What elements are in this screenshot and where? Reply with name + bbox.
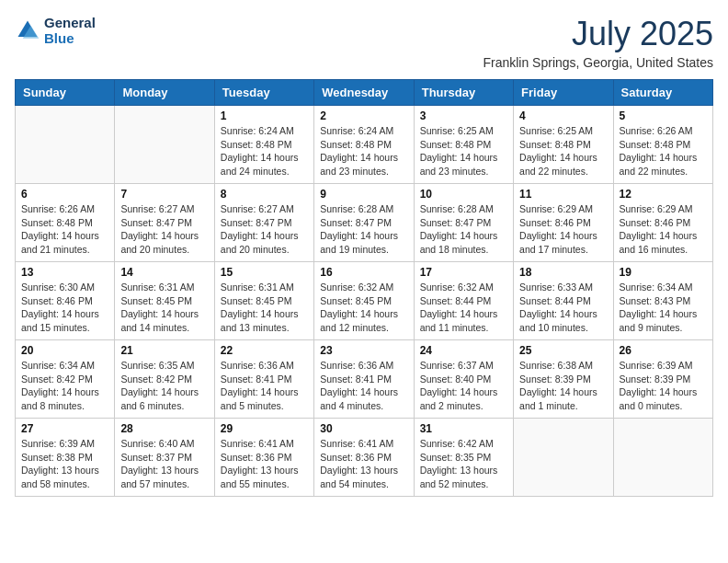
calendar-cell: 30Sunrise: 6:41 AM Sunset: 8:36 PM Dayli… [314,419,414,497]
day-number: 15 [221,266,308,279]
calendar-cell: 6Sunrise: 6:26 AM Sunset: 8:48 PM Daylig… [16,184,115,262]
calendar-cell: 5Sunrise: 6:26 AM Sunset: 8:48 PM Daylig… [613,106,712,184]
day-number: 26 [620,344,707,357]
day-number: 31 [420,422,507,435]
day-number: 2 [320,109,407,122]
day-number: 7 [120,188,208,201]
day-number: 23 [320,344,407,357]
day-number: 29 [221,422,308,435]
day-info: Sunrise: 6:39 AM Sunset: 8:39 PM Dayligh… [620,359,707,413]
day-info: Sunrise: 6:41 AM Sunset: 8:36 PM Dayligh… [320,437,407,491]
calendar-cell: 8Sunrise: 6:27 AM Sunset: 8:47 PM Daylig… [214,184,313,262]
calendar-cell: 22Sunrise: 6:36 AM Sunset: 8:41 PM Dayli… [214,340,313,419]
calendar-cell: 31Sunrise: 6:42 AM Sunset: 8:35 PM Dayli… [414,419,513,497]
calendar-cell: 13Sunrise: 6:30 AM Sunset: 8:46 PM Dayli… [16,262,115,340]
day-number: 9 [320,188,407,201]
calendar-cell: 2Sunrise: 6:24 AM Sunset: 8:48 PM Daylig… [314,106,414,184]
day-info: Sunrise: 6:34 AM Sunset: 8:42 PM Dayligh… [21,359,108,413]
calendar-cell: 11Sunrise: 6:29 AM Sunset: 8:46 PM Dayli… [514,184,613,262]
day-number: 14 [120,266,208,279]
day-number: 22 [221,344,308,357]
day-info: Sunrise: 6:29 AM Sunset: 8:46 PM Dayligh… [519,202,607,257]
day-info: Sunrise: 6:24 AM Sunset: 8:48 PM Dayligh… [221,124,308,178]
day-info: Sunrise: 6:42 AM Sunset: 8:35 PM Dayligh… [420,437,507,491]
calendar-cell: 7Sunrise: 6:27 AM Sunset: 8:47 PM Daylig… [115,184,214,262]
calendar-cell: 27Sunrise: 6:39 AM Sunset: 8:38 PM Dayli… [16,419,115,497]
day-number: 12 [620,188,707,201]
calendar-cell [115,106,214,184]
weekday-header-friday: Friday [514,80,613,106]
calendar-cell [16,106,115,184]
day-info: Sunrise: 6:36 AM Sunset: 8:41 PM Dayligh… [320,359,407,413]
week-row-5: 27Sunrise: 6:39 AM Sunset: 8:38 PM Dayli… [16,419,713,497]
day-number: 30 [320,422,407,435]
day-info: Sunrise: 6:30 AM Sunset: 8:46 PM Dayligh… [21,281,108,335]
location: Franklin Springs, Georgia, United States [483,55,713,70]
calendar-cell: 12Sunrise: 6:29 AM Sunset: 8:46 PM Dayli… [613,184,712,262]
day-info: Sunrise: 6:27 AM Sunset: 8:47 PM Dayligh… [221,202,308,257]
calendar-cell: 3Sunrise: 6:25 AM Sunset: 8:48 PM Daylig… [414,106,513,184]
day-info: Sunrise: 6:25 AM Sunset: 8:48 PM Dayligh… [519,124,607,178]
calendar-cell: 1Sunrise: 6:24 AM Sunset: 8:48 PM Daylig… [214,106,313,184]
calendar-cell: 18Sunrise: 6:33 AM Sunset: 8:44 PM Dayli… [514,262,613,340]
day-number: 3 [420,109,507,122]
calendar-cell: 14Sunrise: 6:31 AM Sunset: 8:45 PM Dayli… [115,262,214,340]
weekday-header-monday: Monday [115,80,214,106]
calendar-cell: 15Sunrise: 6:31 AM Sunset: 8:45 PM Dayli… [214,262,313,340]
weekday-header-sunday: Sunday [16,80,115,106]
day-info: Sunrise: 6:40 AM Sunset: 8:37 PM Dayligh… [120,437,208,491]
calendar-cell: 17Sunrise: 6:32 AM Sunset: 8:44 PM Dayli… [414,262,513,340]
weekday-header-thursday: Thursday [414,80,513,106]
logo: General Blue [15,15,96,46]
calendar-cell [514,419,613,497]
day-info: Sunrise: 6:25 AM Sunset: 8:48 PM Dayligh… [420,124,507,178]
day-info: Sunrise: 6:28 AM Sunset: 8:47 PM Dayligh… [320,202,407,257]
calendar-cell: 25Sunrise: 6:38 AM Sunset: 8:39 PM Dayli… [514,340,613,419]
week-row-4: 20Sunrise: 6:34 AM Sunset: 8:42 PM Dayli… [16,340,713,419]
day-info: Sunrise: 6:38 AM Sunset: 8:39 PM Dayligh… [519,359,607,413]
day-number: 10 [420,188,507,201]
weekday-header-tuesday: Tuesday [214,80,313,106]
calendar-cell: 20Sunrise: 6:34 AM Sunset: 8:42 PM Dayli… [16,340,115,419]
day-number: 16 [320,266,407,279]
day-number: 24 [420,344,507,357]
day-info: Sunrise: 6:34 AM Sunset: 8:43 PM Dayligh… [620,281,707,335]
day-info: Sunrise: 6:36 AM Sunset: 8:41 PM Dayligh… [221,359,308,413]
day-info: Sunrise: 6:41 AM Sunset: 8:36 PM Dayligh… [221,437,308,491]
weekday-header-saturday: Saturday [613,80,712,106]
calendar-table: SundayMondayTuesdayWednesdayThursdayFrid… [15,79,713,497]
day-info: Sunrise: 6:32 AM Sunset: 8:45 PM Dayligh… [320,281,407,335]
calendar-cell: 26Sunrise: 6:39 AM Sunset: 8:39 PM Dayli… [613,340,712,419]
day-info: Sunrise: 6:35 AM Sunset: 8:42 PM Dayligh… [120,359,208,413]
calendar-cell: 4Sunrise: 6:25 AM Sunset: 8:48 PM Daylig… [514,106,613,184]
page-header: General Blue July 2025 Franklin Springs,… [15,15,713,70]
day-info: Sunrise: 6:33 AM Sunset: 8:44 PM Dayligh… [519,281,607,335]
weekday-header-row: SundayMondayTuesdayWednesdayThursdayFrid… [16,80,713,106]
day-number: 4 [519,109,607,122]
week-row-1: 1Sunrise: 6:24 AM Sunset: 8:48 PM Daylig… [16,106,713,184]
day-info: Sunrise: 6:39 AM Sunset: 8:38 PM Dayligh… [21,437,108,491]
day-number: 6 [21,188,108,201]
day-number: 13 [21,266,108,279]
day-number: 5 [620,109,707,122]
day-info: Sunrise: 6:37 AM Sunset: 8:40 PM Dayligh… [420,359,507,413]
day-number: 1 [221,109,308,122]
week-row-2: 6Sunrise: 6:26 AM Sunset: 8:48 PM Daylig… [16,184,713,262]
day-number: 21 [120,344,208,357]
day-info: Sunrise: 6:24 AM Sunset: 8:48 PM Dayligh… [320,124,407,178]
day-number: 11 [519,188,607,201]
day-info: Sunrise: 6:32 AM Sunset: 8:44 PM Dayligh… [420,281,507,335]
logo-blue: Blue [44,30,96,46]
logo-general: General [44,15,96,30]
day-info: Sunrise: 6:28 AM Sunset: 8:47 PM Dayligh… [420,202,507,257]
calendar-cell: 29Sunrise: 6:41 AM Sunset: 8:36 PM Dayli… [214,419,313,497]
day-info: Sunrise: 6:26 AM Sunset: 8:48 PM Dayligh… [21,202,108,257]
week-row-3: 13Sunrise: 6:30 AM Sunset: 8:46 PM Dayli… [16,262,713,340]
day-number: 20 [21,344,108,357]
calendar-cell: 23Sunrise: 6:36 AM Sunset: 8:41 PM Dayli… [314,340,414,419]
calendar-cell: 16Sunrise: 6:32 AM Sunset: 8:45 PM Dayli… [314,262,414,340]
day-number: 17 [420,266,507,279]
day-info: Sunrise: 6:31 AM Sunset: 8:45 PM Dayligh… [120,281,208,335]
calendar-cell: 10Sunrise: 6:28 AM Sunset: 8:47 PM Dayli… [414,184,513,262]
calendar-cell [613,419,712,497]
